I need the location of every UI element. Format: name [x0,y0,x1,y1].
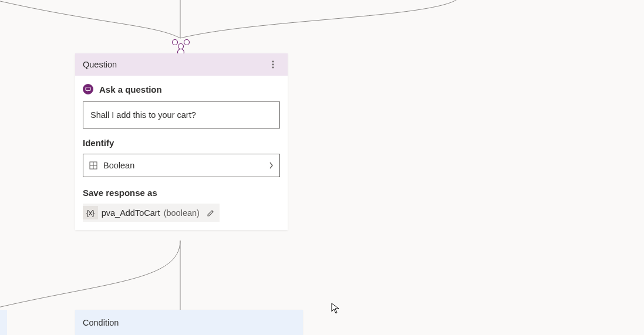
question-action-icon [83,84,93,94]
question-node-body: Ask a question Shall I add this to your … [75,76,288,230]
svg-point-4 [272,61,274,63]
svg-point-6 [272,67,274,69]
node-menu-button[interactable] [267,58,279,71]
question-node-title: Question [83,60,117,69]
svg-rect-7 [86,87,90,91]
question-text-input[interactable]: Shall I add this to your cart? [83,101,280,128]
pencil-icon [207,209,215,217]
question-node-header: Question [75,53,288,76]
svg-point-1 [184,40,190,45]
connector-merge-icon [170,37,191,53]
save-response-label: Save response as [83,188,280,198]
identify-type-value: Boolean [103,161,134,170]
identify-selector[interactable]: Boolean [83,154,280,177]
svg-point-5 [272,64,274,66]
variable-chip[interactable]: {x} pva_AddToCart (boolean) [83,204,220,222]
kebab-icon [272,60,274,69]
svg-point-0 [173,40,178,45]
flow-canvas[interactable]: Question Ask a question Shall [0,0,644,335]
mouse-cursor-icon [331,303,340,314]
variable-type: (boolean) [164,208,200,218]
svg-point-2 [178,44,184,49]
action-label: Ask a question [99,84,162,94]
entity-type-icon [89,161,97,170]
offscreen-condition-node[interactable] [0,310,7,335]
variable-edit-button[interactable] [207,209,215,217]
condition-node[interactable]: Condition [75,310,303,335]
variable-name: pva_AddToCart [102,208,160,218]
action-row: Ask a question [83,84,280,94]
chevron-right-icon [269,162,274,169]
identify-label: Identify [83,138,280,148]
condition-node-title: Condition [83,318,119,327]
variable-icon: {x} [83,206,98,219]
question-node[interactable]: Question Ask a question Shall [75,53,288,230]
